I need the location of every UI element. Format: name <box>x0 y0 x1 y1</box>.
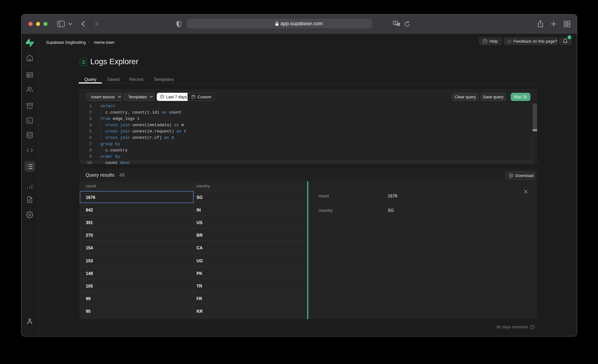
svg-text:A: A <box>394 21 396 24</box>
svg-text:x: x <box>398 23 399 25</box>
